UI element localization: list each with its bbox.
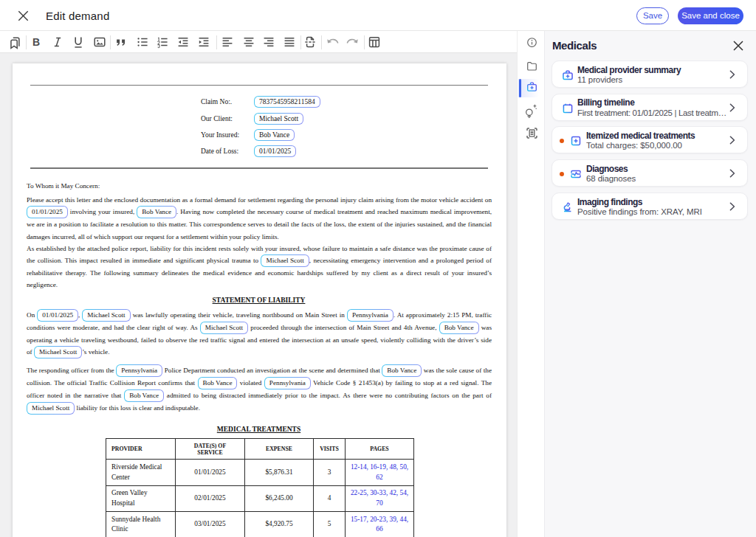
svg-text:B: B bbox=[32, 36, 40, 48]
